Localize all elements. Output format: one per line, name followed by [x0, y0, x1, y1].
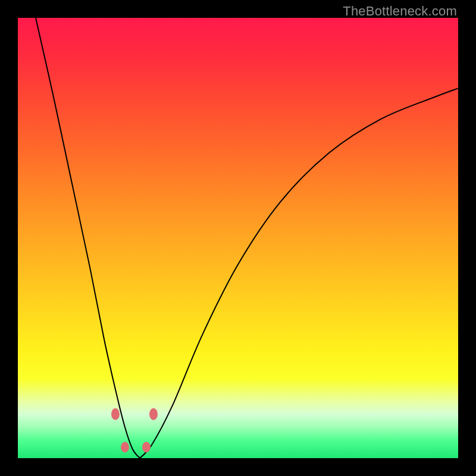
trough-marker: [149, 408, 158, 420]
watermark-text: TheBottleneck.com: [343, 4, 457, 19]
plot-area: [18, 18, 458, 458]
chart-frame: TheBottleneck.com: [0, 0, 476, 476]
curve-svg: [18, 18, 458, 458]
right-curve: [140, 88, 458, 458]
left-curve: [36, 18, 140, 458]
trough-marker: [111, 408, 120, 420]
trough-marker: [142, 442, 151, 453]
trough-marker: [121, 442, 129, 453]
